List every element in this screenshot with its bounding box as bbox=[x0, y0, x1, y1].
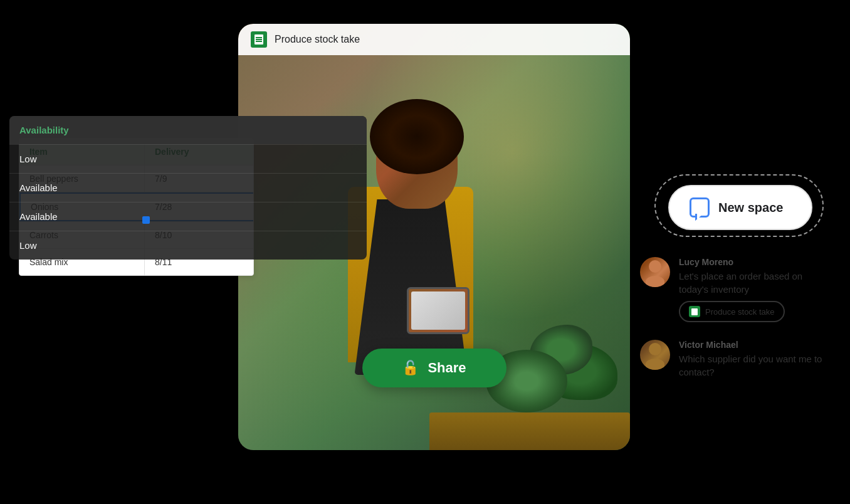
overlay-cell-1: Available bbox=[9, 174, 147, 202]
overlay-row-2: Available bbox=[9, 202, 367, 231]
chat-message-victor: Victor Michael Which supplier did you wa… bbox=[640, 340, 834, 379]
chat-section: Lucy Moreno Let's place an order based o… bbox=[640, 257, 834, 396]
chat-message-lucy: Lucy Moreno Let's place an order based o… bbox=[640, 257, 834, 322]
chat-text-lucy: Let's place an order based on today's in… bbox=[679, 270, 834, 296]
spreadsheet-overlay: Availability Low Available Available Low bbox=[9, 116, 367, 260]
person-hair bbox=[370, 99, 464, 174]
person-head bbox=[376, 112, 458, 209]
overlay-header-availability: Availability bbox=[9, 116, 147, 144]
chat-content-victor: Victor Michael Which supplier did you wa… bbox=[679, 340, 834, 379]
produce-pill-sheets-icon bbox=[689, 306, 700, 317]
chat-bubble-icon bbox=[690, 197, 710, 218]
avatar-lucy bbox=[640, 257, 670, 287]
cell-resize-handle[interactable] bbox=[142, 216, 150, 224]
chat-sender-victor: Victor Michael bbox=[679, 340, 834, 350]
overlay-row-1: Available bbox=[9, 173, 367, 202]
person-tablet bbox=[407, 287, 470, 334]
overlay-cell-3: Low bbox=[9, 231, 147, 260]
overlay-row-0: Low bbox=[9, 144, 367, 173]
sheets-icon bbox=[251, 31, 267, 48]
photo-header: Produce stock take bbox=[238, 24, 630, 55]
chat-content-lucy: Lucy Moreno Let's place an order based o… bbox=[679, 257, 834, 322]
overlay-cell-2: Available bbox=[9, 202, 147, 231]
chat-text-victor: Which supplier did you want me to contac… bbox=[679, 352, 834, 379]
avatar-victor bbox=[640, 340, 670, 370]
produce-pill-label: Produce stock take bbox=[705, 307, 775, 317]
overlay-row-3: Low bbox=[9, 231, 367, 260]
main-container: Produce stock take 🔓 Share Item Delivery bbox=[0, 0, 850, 504]
share-button[interactable]: 🔓 Share bbox=[362, 349, 506, 387]
produce-pill[interactable]: Produce stock take bbox=[679, 301, 785, 322]
new-space-button[interactable]: New space bbox=[668, 185, 812, 230]
chat-sender-lucy: Lucy Moreno bbox=[679, 257, 834, 267]
share-button-label: Share bbox=[428, 360, 466, 376]
new-space-label: New space bbox=[718, 201, 783, 215]
overlay-header-row: Availability bbox=[9, 116, 367, 144]
photo-title: Produce stock take bbox=[275, 34, 360, 45]
overlay-cell-0: Low bbox=[9, 145, 147, 173]
lock-icon: 🔓 bbox=[402, 360, 419, 376]
